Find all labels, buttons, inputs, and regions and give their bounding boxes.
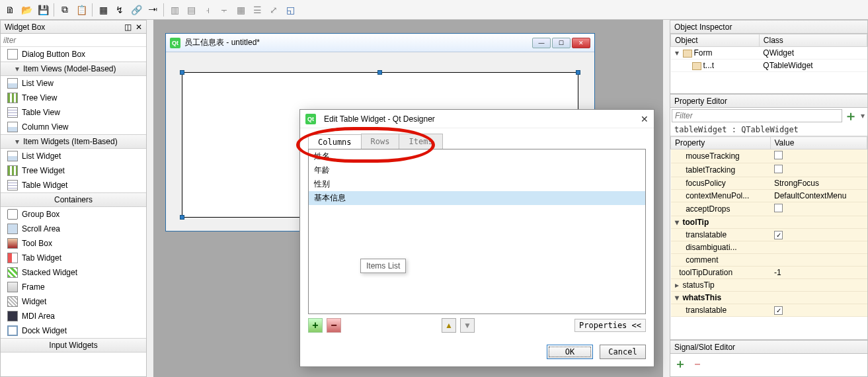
- checkbox[interactable]: ✓: [774, 306, 783, 315]
- widget-item[interactable]: Table Widget: [1, 178, 146, 192]
- layout-v-icon[interactable]: ▤: [184, 3, 198, 17]
- widget-item[interactable]: Dialog Button Box: [1, 47, 146, 62]
- layout-vsplit-icon[interactable]: ⫟: [217, 3, 231, 17]
- property-row[interactable]: ▾toolTip: [671, 216, 867, 229]
- columns-listbox[interactable]: 姓名年龄性别基本信息 Items List: [308, 149, 646, 314]
- layout-h-icon[interactable]: ▥: [167, 3, 182, 17]
- cancel-button[interactable]: Cancel: [600, 345, 646, 359]
- save-icon[interactable]: 💾: [36, 3, 50, 17]
- property-row[interactable]: contextMenuPol...DefaultContextMenu: [671, 190, 867, 202]
- expand-icon[interactable]: ▾: [675, 218, 683, 227]
- property-filter-input[interactable]: [672, 109, 842, 122]
- tab-rows[interactable]: Rows: [361, 134, 400, 149]
- property-row[interactable]: tabletTracking: [671, 163, 867, 177]
- new-icon[interactable]: 🗎: [3, 3, 17, 17]
- close-icon[interactable]: ✕: [136, 22, 142, 32]
- expand-icon[interactable]: ▸: [675, 280, 683, 290]
- resize-handle[interactable]: [180, 215, 184, 220]
- filter-input[interactable]: [1, 34, 146, 46]
- checkbox[interactable]: ✓: [774, 231, 783, 239]
- tab-columns[interactable]: Columns: [308, 134, 362, 149]
- checkbox[interactable]: [774, 204, 783, 212]
- widget-item[interactable]: Scroll Area: [1, 222, 146, 236]
- edit-signals-icon[interactable]: ↯: [112, 3, 127, 17]
- widget-item[interactable]: Dock Widget: [1, 323, 146, 338]
- widget-item[interactable]: Tool Box: [1, 236, 146, 251]
- widget-item[interactable]: Tree View: [1, 91, 146, 105]
- close-icon[interactable]: ✕: [572, 38, 590, 48]
- property-row[interactable]: ▾whatsThis: [671, 292, 867, 304]
- edit-tab-icon[interactable]: ⭲: [145, 3, 160, 17]
- property-row[interactable]: translatable✓: [671, 229, 867, 241]
- widget-item[interactable]: List Widget: [1, 149, 146, 163]
- object-row[interactable]: t...tQTableWidget: [671, 60, 867, 72]
- col-property[interactable]: Property: [671, 137, 771, 149]
- resize-handle[interactable]: [180, 70, 184, 75]
- move-up-button[interactable]: ▲: [442, 318, 456, 333]
- property-table[interactable]: Property Value mouseTracking tabletTrack…: [670, 136, 867, 317]
- checkbox[interactable]: [774, 151, 783, 159]
- move-down-button[interactable]: ▼: [460, 318, 475, 333]
- widget-item[interactable]: Tree Widget: [1, 163, 146, 178]
- property-row[interactable]: disambiguati...: [671, 241, 867, 254]
- property-row[interactable]: comment: [671, 254, 867, 267]
- widget-item[interactable]: MDI Area: [1, 309, 146, 323]
- property-row[interactable]: acceptDrops: [671, 202, 867, 216]
- widget-item[interactable]: Table View: [1, 105, 146, 120]
- widget-item[interactable]: Stacked Widget: [1, 265, 146, 280]
- edit-buddies-icon[interactable]: 🔗: [129, 3, 143, 17]
- widget-box-filter[interactable]: [1, 34, 146, 47]
- list-item[interactable]: 年龄: [309, 163, 645, 177]
- widget-category[interactable]: Input Widgets: [1, 338, 146, 353]
- add-property-icon[interactable]: ＋: [844, 108, 858, 123]
- settings-icon[interactable]: ▾: [858, 111, 867, 120]
- col-value[interactable]: Value: [770, 137, 867, 149]
- add-button[interactable]: +: [308, 318, 323, 333]
- layout-form-icon[interactable]: ☰: [250, 3, 264, 17]
- checkbox[interactable]: [774, 165, 783, 173]
- list-item[interactable]: 姓名: [309, 149, 645, 163]
- expand-icon[interactable]: ▾: [675, 48, 683, 58]
- widget-item[interactable]: Tab Widget: [1, 251, 146, 265]
- expand-icon[interactable]: ▾: [15, 64, 23, 73]
- minimize-icon[interactable]: —: [532, 38, 551, 48]
- list-item[interactable]: 性别: [309, 177, 645, 191]
- copy-icon[interactable]: ⧉: [58, 3, 72, 17]
- property-row[interactable]: mouseTracking: [671, 149, 867, 163]
- list-item[interactable]: 基本信息: [309, 191, 645, 205]
- resize-handle[interactable]: [576, 70, 580, 75]
- properties-toggle[interactable]: Properties <<: [574, 319, 646, 332]
- form-titlebar[interactable]: Qt 员工信息表 - untitled* — ☐ ✕: [166, 34, 594, 52]
- edit-widgets-icon[interactable]: ▦: [96, 3, 110, 17]
- widget-item[interactable]: Column View: [1, 120, 146, 134]
- open-icon[interactable]: 📂: [19, 3, 34, 17]
- property-row[interactable]: focusPolicyStrongFocus: [671, 177, 867, 190]
- layout-hsplit-icon[interactable]: ⫞: [200, 3, 215, 17]
- expand-icon[interactable]: ▾: [15, 137, 23, 146]
- remove-button[interactable]: −: [327, 318, 341, 333]
- widget-item[interactable]: Frame: [1, 280, 146, 294]
- widget-item[interactable]: List View: [1, 76, 146, 91]
- add-signal-icon[interactable]: ＋: [673, 356, 688, 371]
- tab-items[interactable]: Items: [399, 134, 442, 149]
- widget-item[interactable]: Widget: [1, 294, 146, 309]
- widget-category[interactable]: ▾Item Views (Model-Based): [1, 62, 146, 76]
- maximize-icon[interactable]: ☐: [552, 38, 571, 48]
- undock-icon[interactable]: ◫: [124, 22, 132, 32]
- widget-item[interactable]: Group Box: [1, 207, 146, 222]
- widget-category[interactable]: Containers: [1, 192, 146, 207]
- paste-icon[interactable]: 📋: [74, 3, 89, 17]
- col-object[interactable]: Object: [671, 34, 760, 47]
- layout-grid-icon[interactable]: ▦: [233, 3, 248, 17]
- break-layout-icon[interactable]: ⤢: [266, 3, 281, 17]
- property-row[interactable]: translatable✓: [671, 304, 867, 317]
- ok-button[interactable]: OK: [547, 345, 593, 359]
- object-tree[interactable]: Object Class ▾FormQWidgett...tQTableWidg…: [670, 34, 867, 72]
- expand-icon[interactable]: ▾: [675, 293, 683, 302]
- property-row[interactable]: toolTipDuration-1: [671, 267, 867, 279]
- object-row[interactable]: ▾FormQWidget: [671, 47, 867, 60]
- dialog-titlebar[interactable]: Qt Edit Table Widget - Qt Designer ✕: [300, 110, 654, 128]
- resize-handle[interactable]: [377, 70, 382, 75]
- adjust-size-icon[interactable]: ◱: [283, 3, 297, 17]
- property-row[interactable]: ▸statusTip: [671, 279, 867, 292]
